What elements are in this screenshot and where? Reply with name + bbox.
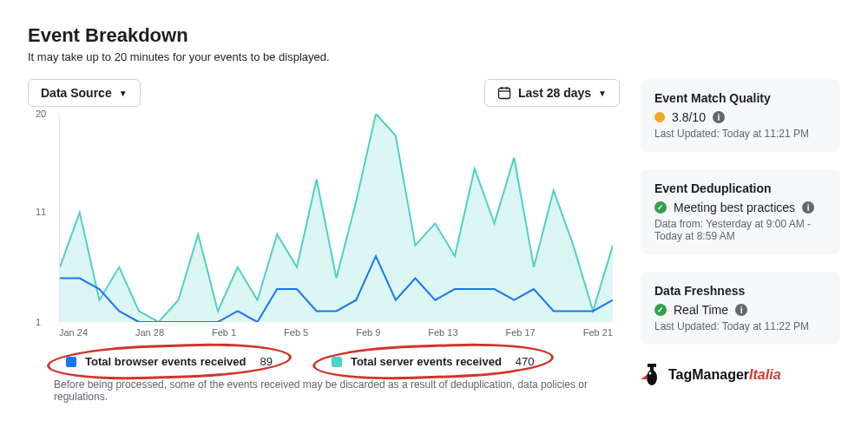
data-source-dropdown[interactable]: Data Source ▼ xyxy=(28,79,141,107)
x-tick: Jan 24 xyxy=(59,327,88,338)
legend-swatch-blue xyxy=(66,357,76,367)
y-tick: 11 xyxy=(36,207,46,217)
x-tick: Feb 17 xyxy=(505,327,535,338)
card-event-match-quality[interactable]: Event Match Quality 3.8/10 i Last Update… xyxy=(641,79,840,152)
svg-rect-0 xyxy=(499,89,510,99)
legend-swatch-teal xyxy=(332,357,342,367)
date-range-label: Last 28 days xyxy=(518,86,591,100)
match-quality-score: 3.8/10 xyxy=(672,110,706,124)
bird-icon xyxy=(641,362,663,388)
event-chart: 20 11 1 xyxy=(59,114,613,322)
page-subtitle: It may take up to 20 minutes for your ev… xyxy=(28,50,840,63)
page-title: Event Breakdown xyxy=(28,24,840,47)
legend-server-events: Total server events received 470 xyxy=(319,353,547,370)
svg-rect-6 xyxy=(648,364,656,367)
logo-text-2: Italia xyxy=(749,367,780,382)
svg-point-4 xyxy=(647,370,657,385)
chevron-down-icon: ▼ xyxy=(598,89,607,98)
x-tick: Feb 9 xyxy=(356,327,380,338)
info-icon[interactable]: i xyxy=(713,111,725,123)
svg-marker-5 xyxy=(641,375,648,379)
legend-browser-events: Total browser events received 89 xyxy=(54,353,285,370)
info-icon[interactable]: i xyxy=(735,304,747,316)
calendar-icon xyxy=(497,86,511,100)
dedup-status: Meeting best practices xyxy=(674,201,795,214)
card-event-deduplication[interactable]: Event Deduplication ✓ Meeting best pract… xyxy=(641,169,840,254)
chevron-down-icon: ▼ xyxy=(119,89,128,98)
svg-rect-7 xyxy=(650,367,654,371)
data-source-label: Data Source xyxy=(41,86,112,100)
card-data-freshness[interactable]: Data Freshness ✓ Real Time i Last Update… xyxy=(641,272,840,345)
card-title: Data Freshness xyxy=(654,284,826,298)
y-tick: 20 xyxy=(36,108,46,119)
card-meta: Data from: Yesterday at 9:00 AM - Today … xyxy=(654,218,826,242)
x-tick: Feb 21 xyxy=(583,327,613,338)
legend-label: Total browser events received xyxy=(85,355,246,368)
card-title: Event Match Quality xyxy=(654,91,826,105)
status-dot-amber xyxy=(654,112,665,122)
card-meta: Last Updated: Today at 11:22 PM xyxy=(654,320,826,332)
x-axis: Jan 24Jan 28Feb 1Feb 5Feb 9Feb 13Feb 17F… xyxy=(59,322,613,338)
legend-value: 470 xyxy=(516,355,535,368)
legend-label: Total server events received xyxy=(351,355,502,368)
logo-text-1: TagManager xyxy=(668,367,749,382)
check-circle-icon: ✓ xyxy=(654,304,667,316)
svg-point-8 xyxy=(649,372,652,375)
check-circle-icon: ✓ xyxy=(654,201,667,214)
x-tick: Feb 1 xyxy=(212,327,236,338)
y-tick: 1 xyxy=(36,317,41,327)
info-icon[interactable]: i xyxy=(802,201,814,214)
legend-footnote: Before being processed, some of the even… xyxy=(54,378,609,403)
date-range-dropdown[interactable]: Last 28 days ▼ xyxy=(484,79,620,107)
x-tick: Feb 13 xyxy=(428,327,457,338)
x-tick: Feb 5 xyxy=(284,327,308,338)
card-meta: Last Updated: Today at 11:21 PM xyxy=(654,128,826,140)
legend-value: 89 xyxy=(260,355,272,368)
x-tick: Jan 28 xyxy=(135,327,164,338)
card-title: Event Deduplication xyxy=(654,181,826,195)
tagmanager-italia-logo: TagManagerItalia xyxy=(641,362,840,388)
freshness-status: Real Time xyxy=(674,303,728,317)
